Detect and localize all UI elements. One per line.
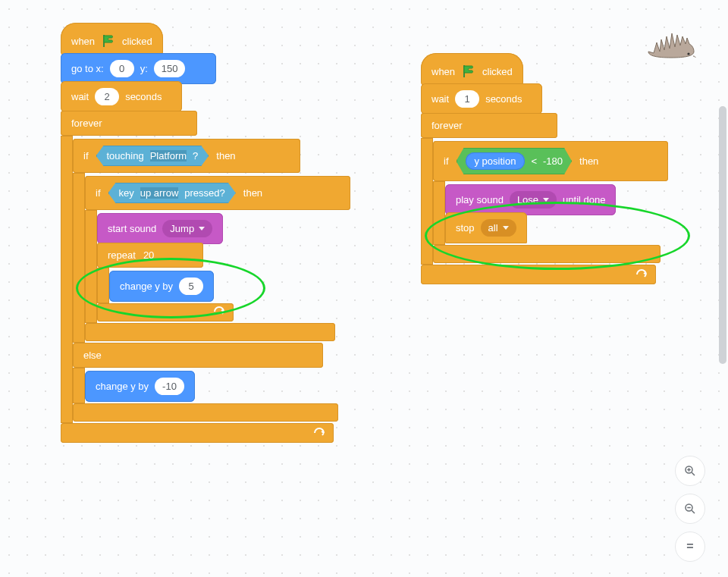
forever-block[interactable]: forever if touching Platform ? [61, 111, 350, 443]
label-forever: forever [71, 118, 102, 129]
green-flag-icon [101, 33, 116, 49]
text-clicked: clicked [122, 36, 152, 47]
start-sound-arg: Jump [170, 223, 194, 234]
label-wait: wait [71, 91, 89, 102]
label-else: else [83, 350, 102, 361]
text-when: when [71, 36, 95, 47]
lt-symbol: < [531, 155, 537, 167]
svg-point-0 [687, 52, 689, 55]
label-then: then [216, 150, 235, 161]
zoom-reset-label: = [686, 540, 693, 553]
input-threshold[interactable]: -180 [543, 155, 563, 167]
zoom-reset-button[interactable]: = [675, 532, 705, 562]
label-change-y: change y by [120, 281, 173, 292]
label-pressed: pressed? [184, 187, 224, 199]
start-sound-dropdown[interactable]: Jump [162, 220, 212, 237]
input-change-y-up[interactable]: 5 [179, 278, 203, 295]
script-a-stack[interactable]: when clicked go to x: 0 y: 150 wait 2 se… [61, 23, 350, 441]
wait-seconds-block[interactable]: wait 2 seconds [61, 81, 182, 112]
start-sound-block[interactable]: start sound Jump [97, 213, 223, 244]
loop-arrow-icon [635, 267, 648, 280]
stop-dropdown[interactable]: all [481, 219, 516, 237]
forever-block-b[interactable]: forever if y position < -180 then [421, 113, 668, 284]
change-y-down-block[interactable]: change y by -10 [85, 371, 195, 402]
label-if-b: if [444, 155, 449, 167]
wait-seconds-block-b[interactable]: wait 1 seconds [421, 83, 542, 114]
vertical-scrollbar[interactable] [719, 15, 726, 546]
label-stop: stop [456, 222, 475, 234]
label-then2: then [243, 187, 262, 199]
svg-line-6 [692, 510, 695, 513]
label-then-b: then [579, 155, 598, 167]
label-goto: go to x: [71, 63, 104, 74]
label-start-sound: start sound [108, 223, 156, 234]
if-ypos-block[interactable]: if y position < -180 then [433, 141, 668, 263]
repeat-block[interactable]: repeat 20 c [97, 243, 234, 321]
zoom-out-button[interactable] [675, 494, 705, 524]
label-change-y2: change y by [96, 381, 149, 392]
script-b-stack[interactable]: when clicked wait 1 seconds forever if [421, 53, 668, 283]
label-seconds-b: seconds [485, 93, 522, 105]
play-sound-until-done-block[interactable]: play sound Lose until done [445, 184, 616, 215]
label-if: if [83, 150, 89, 161]
label-until-done: until done [563, 194, 605, 205]
touching-dropdown[interactable]: Platform [150, 150, 187, 161]
loop-arrow-icon [312, 425, 326, 438]
label-wait-b: wait [431, 93, 449, 105]
when-flag-clicked-block[interactable]: when clicked [61, 23, 163, 56]
label-repeat: repeat [108, 249, 136, 261]
when-flag-clicked-block-b[interactable]: when clicked [421, 53, 523, 86]
input-change-y-down[interactable]: -10 [155, 378, 184, 395]
if-key-pressed-block[interactable]: if key up arrow pressed? then [85, 176, 350, 341]
label-if2: if [96, 187, 101, 199]
label-y: y: [140, 63, 148, 74]
input-goto-x[interactable]: 0 [110, 60, 134, 77]
zoom-controls: = [675, 456, 705, 562]
key-pressed-sensing-reporter[interactable]: key up arrow pressed? [108, 183, 236, 203]
change-y-up-block[interactable]: change y by 5 [109, 271, 214, 302]
loop-arrow-icon [212, 304, 226, 317]
text-clicked-b: clicked [482, 66, 513, 77]
goto-xy-block[interactable]: go to x: 0 y: 150 [61, 53, 216, 84]
text-when-b: when [431, 66, 455, 77]
input-wait-b[interactable]: 1 [455, 90, 479, 108]
touching-sensing-reporter[interactable]: touching Platform ? [96, 146, 209, 166]
stop-arg: all [488, 222, 498, 234]
ypos-text: y position [475, 155, 516, 167]
label-key: key [119, 187, 134, 199]
scrollbar-thumb[interactable] [719, 106, 726, 364]
label-play-sound: play sound [456, 194, 504, 205]
green-flag-icon [461, 64, 476, 79]
less-than-operator[interactable]: y position < -180 [457, 148, 573, 174]
input-repeat[interactable]: 20 [143, 249, 154, 261]
play-sound-dropdown[interactable]: Lose [510, 191, 557, 209]
touching-arg: Platform [150, 150, 187, 161]
label-qmark: ? [193, 150, 198, 161]
input-wait[interactable]: 2 [95, 88, 119, 105]
if-touching-else-block[interactable]: if touching Platform ? then [73, 139, 350, 422]
y-position-reporter[interactable]: y position [466, 152, 526, 170]
label-forever-b: forever [431, 120, 462, 131]
label-seconds: seconds [125, 91, 162, 102]
label-touching: touching [107, 150, 144, 161]
key-dropdown[interactable]: up arrow [140, 187, 179, 199]
input-goto-y[interactable]: 150 [154, 60, 186, 77]
stop-block[interactable]: stop all [445, 212, 527, 243]
key-arg: up arrow [140, 187, 179, 199]
play-sound-arg: Lose [517, 194, 538, 205]
scratch-workspace[interactable]: when clicked go to x: 0 y: 150 wait 2 se… [0, 0, 728, 577]
zoom-in-button[interactable] [675, 456, 705, 486]
svg-line-2 [692, 472, 695, 475]
